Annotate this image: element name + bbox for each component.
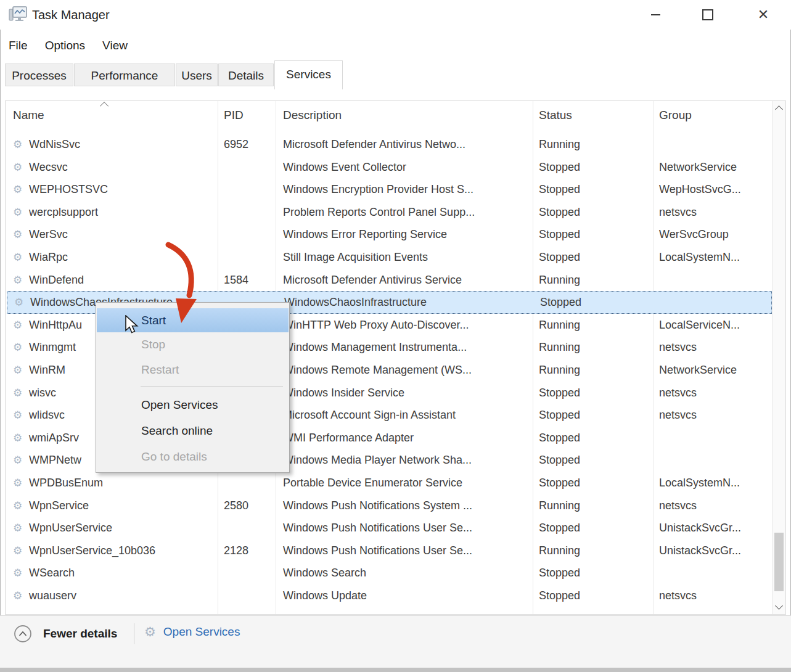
cell-status: Stopped <box>539 156 580 179</box>
service-gear-icon: ⚙ <box>13 178 22 201</box>
table-header: Name PID Description Status Group <box>6 101 785 131</box>
cell-group: NetworkService <box>659 359 737 382</box>
service-gear-icon: ⚙ <box>13 133 22 156</box>
cell-name: WinDefend <box>29 269 84 292</box>
cell-status: Stopped <box>539 562 580 584</box>
vertical-scrollbar[interactable] <box>773 101 785 614</box>
column-header-status[interactable]: Status <box>539 109 572 122</box>
cell-description: Windows Remote Management (WS... <box>283 359 472 382</box>
cell-status: Stopped <box>539 246 580 269</box>
collapse-circle-icon <box>14 625 32 643</box>
service-gear-icon: ⚙ <box>13 562 22 584</box>
fewer-details-label: Fewer details <box>43 627 117 641</box>
cell-description: WindowsChaosInfrastructure <box>284 291 427 314</box>
cell-name: wuauserv <box>29 584 76 607</box>
table-row[interactable]: ⚙WdNisSvc6952Microsoft Defender Antiviru… <box>6 133 772 156</box>
scrollbar-thumb[interactable] <box>774 533 784 591</box>
cell-group: NetworkService <box>659 156 737 179</box>
services-gear-icon: ⚙ <box>144 625 156 639</box>
cell-group: WepHostSvcG... <box>659 178 741 201</box>
minimize-button[interactable] <box>638 0 673 30</box>
cell-description: Windows Push Notifications User Se... <box>283 539 472 562</box>
cell-group: netsvcs <box>659 382 697 404</box>
footer-divider <box>134 623 134 644</box>
service-gear-icon: ⚙ <box>13 269 22 292</box>
table-row[interactable]: ⚙WpnService2580Windows Push Notification… <box>6 494 772 517</box>
context-menu: StartStopRestartOpen ServicesSearch onli… <box>96 302 290 473</box>
task-manager-window: Task Manager ✕ FileOptionsView Processes… <box>0 0 791 672</box>
tab-details[interactable]: Details <box>218 64 274 86</box>
title-bar: Task Manager ✕ <box>0 0 791 30</box>
cell-name: WerSvc <box>29 223 68 246</box>
maximize-icon <box>702 9 713 20</box>
cell-status: Running <box>539 539 580 562</box>
close-button[interactable]: ✕ <box>746 0 781 30</box>
open-services-link[interactable]: ⚙ Open Services <box>144 625 240 639</box>
column-header-description[interactable]: Description <box>283 109 342 122</box>
cell-description: Windows Update <box>283 584 367 607</box>
column-header-group[interactable]: Group <box>659 109 692 122</box>
cell-group: LocalServiceN... <box>659 314 740 337</box>
window-title: Task Manager <box>32 0 110 30</box>
table-row[interactable]: ⚙WiaRpcStill Image Acquisition EventsSto… <box>6 246 772 269</box>
table-row[interactable]: ⚙WPDBusEnumPortable Device Enumerator Se… <box>6 472 772 494</box>
cell-name: wlidsvc <box>29 404 65 427</box>
service-gear-icon: ⚙ <box>13 449 22 472</box>
cell-description: Portable Device Enumerator Service <box>283 472 462 494</box>
table-row[interactable]: ⚙WinDefend1584Microsoft Defender Antivir… <box>6 269 772 292</box>
cell-status: Stopped <box>539 427 580 449</box>
tab-performance[interactable]: Performance <box>74 64 175 86</box>
cell-name: WPDBusEnum <box>29 472 103 494</box>
open-services-label: Open Services <box>163 625 240 639</box>
menu-bar: FileOptionsView <box>0 35 136 57</box>
service-gear-icon: ⚙ <box>14 291 23 314</box>
status-bar: Fewer details ⚙ Open Services <box>0 615 791 668</box>
cell-group: UnistackSvcGr... <box>659 539 741 562</box>
service-gear-icon: ⚙ <box>13 539 22 562</box>
tab-services[interactable]: Services <box>274 60 343 89</box>
tab-users[interactable]: Users <box>176 64 218 86</box>
table-row[interactable]: ⚙WpnUserServiceWindows Push Notification… <box>6 517 772 539</box>
cell-name: WiaRpc <box>29 246 68 269</box>
table-row[interactable]: ⚙WEPHOSTSVCWindows Encryption Provider H… <box>6 178 772 201</box>
cell-name: WMPNetw <box>29 449 81 472</box>
cell-description: Microsoft Account Sign-in Assistant <box>283 404 456 427</box>
table-row[interactable]: ⚙wuauservWindows UpdateStoppednetsvcs <box>6 584 772 607</box>
table-row[interactable]: ⚙WSearchWindows SearchStopped <box>6 562 772 584</box>
column-header-pid[interactable]: PID <box>224 109 244 122</box>
fewer-details-button[interactable]: Fewer details <box>14 625 117 643</box>
service-gear-icon: ⚙ <box>13 427 22 449</box>
cell-group: netsvcs <box>659 201 697 224</box>
minimize-icon <box>651 14 660 15</box>
cell-description: Windows Error Reporting Service <box>283 223 447 246</box>
window-bottom-edge <box>0 668 791 672</box>
cell-description: Windows Encryption Provider Host S... <box>283 178 473 201</box>
table-row[interactable]: ⚙wercplsupportProblem Reports Control Pa… <box>6 201 772 224</box>
cell-description: WinHTTP Web Proxy Auto-Discover... <box>283 314 469 337</box>
tab-processes[interactable]: Processes <box>5 64 73 86</box>
context-menu-item-open-services[interactable]: Open Services <box>97 393 289 417</box>
cell-description: Windows Search <box>283 562 366 584</box>
table-row[interactable]: ⚙WecsvcWindows Event CollectorStoppedNet… <box>6 156 772 179</box>
cell-status: Stopped <box>539 517 580 539</box>
cell-name: Winmgmt <box>29 336 76 359</box>
scroll-down-icon[interactable] <box>775 602 783 610</box>
cell-status: Running <box>539 494 580 517</box>
cell-name: WinHttpAu <box>29 314 82 337</box>
menu-view[interactable]: View <box>94 35 136 57</box>
scroll-up-icon[interactable] <box>775 105 783 113</box>
context-menu-item-start[interactable]: Start <box>97 308 289 332</box>
cell-description: Microsoft Defender Antivirus Service <box>283 269 462 292</box>
service-gear-icon: ⚙ <box>13 517 22 539</box>
table-row[interactable]: ⚙WpnUserService_10b0362128Windows Push N… <box>6 539 772 562</box>
table-row[interactable]: ⚙WerSvcWindows Error Reporting ServiceSt… <box>6 223 772 246</box>
service-gear-icon: ⚙ <box>13 246 22 269</box>
menu-options[interactable]: Options <box>36 35 94 57</box>
menu-file[interactable]: File <box>0 35 36 57</box>
context-menu-item-search-online[interactable]: Search online <box>97 419 289 443</box>
context-menu-item-stop: Stop <box>97 332 289 357</box>
cell-status: Stopped <box>539 382 580 404</box>
maximize-button[interactable] <box>691 0 725 30</box>
context-menu-separator <box>141 386 283 387</box>
column-header-name[interactable]: Name <box>13 109 44 122</box>
